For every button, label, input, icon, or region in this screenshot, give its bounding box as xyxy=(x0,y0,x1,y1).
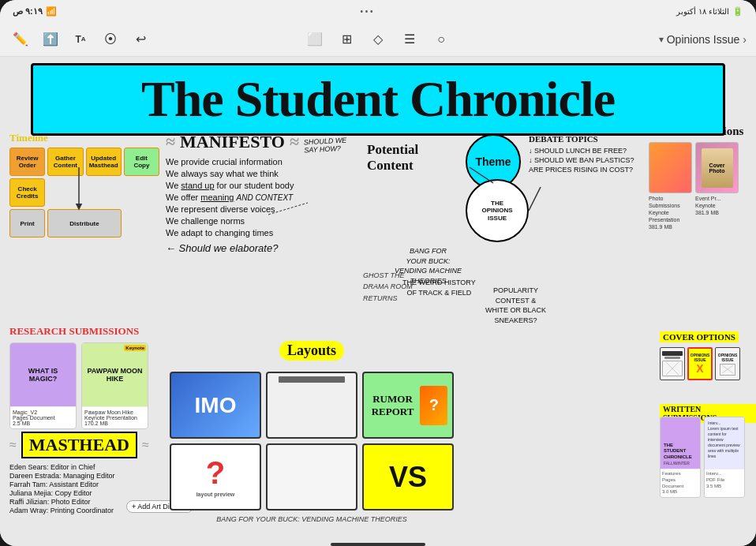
scroll-indicator xyxy=(331,543,425,546)
masthead-name-2: Dareen Estrada: Managing Editor xyxy=(9,472,167,480)
shape-tool[interactable]: ◇ xyxy=(367,28,389,50)
cover-thumb-1[interactable] xyxy=(660,347,685,380)
manifesto-line-2: We always say what we think xyxy=(166,169,355,178)
battery-icon: 🔋 xyxy=(732,6,743,17)
photo-thumbs: Photo SubmissionsKeynote Presentation381… xyxy=(649,142,751,230)
cover-thumb-3[interactable]: OPINIONSISSUE xyxy=(715,347,740,380)
toolbar: ✏️ ⬆️ TA ⦿ ↩ ⬜ ⊞ ◇ ☰ ○ ▾ Opinions Issue … xyxy=(0,22,756,57)
written-card-1[interactable]: THESTUDENTCHRONICLE FALL/WINTER Features… xyxy=(660,417,701,498)
main-title-banner: The Student Chronicle xyxy=(31,63,725,136)
cover-thumb-2[interactable]: OPINIONSISSUE X xyxy=(687,347,713,380)
manifesto-line-7: We adapt to changing times xyxy=(166,228,355,237)
doc-info-pawpaw: Pawpaw Moon HikeKeynote Presentation170.… xyxy=(82,406,148,428)
document-title-text: Opinions Issue xyxy=(667,33,740,46)
camera-button[interactable]: ⦿ xyxy=(99,28,122,50)
should-elaborate: ← Should we elaborate? xyxy=(166,242,355,254)
chevron-icon: ▾ xyxy=(659,34,664,45)
timeline-cell-gather[interactable]: Gather Content xyxy=(47,148,83,176)
timeline-cell-check[interactable]: Check Credits xyxy=(9,178,45,207)
research-title: RESEARCH SUBMISSIONS xyxy=(9,325,159,338)
photo-thumb-2[interactable]: CoverPhoto Event Pr...Keynote381.9 MB xyxy=(695,142,739,230)
layouts-section: Layouts IMO RUMORREPORT xyxy=(170,341,454,523)
cover-options-thumbs: OPINIONSISSUE X OPINIONSISSUE xyxy=(660,347,740,380)
photo-submissions-section: Photo Submissions Photo SubmissionsKeyno… xyxy=(649,125,751,230)
pen-tool[interactable]: ○ xyxy=(430,28,452,50)
svg-line-7 xyxy=(529,187,541,211)
debate-item-3: ARE PRICES RISING IN COST? xyxy=(529,166,655,174)
weird-history-label: THE WEIRD HISTORYOF TRACK & FIELD xyxy=(402,278,476,297)
timeline-section: Timeline Gather Content Review Order Upd… xyxy=(9,132,159,237)
doc-card-magic[interactable]: WHAT IS MAGIC? Magic_V2Pages Document2.5… xyxy=(9,342,77,429)
layout-card-columns[interactable] xyxy=(266,372,357,439)
status-wifi-icon: 📶 xyxy=(46,6,57,17)
written-submissions-cards: THESTUDENTCHRONICLE FALL/WINTER Features… xyxy=(660,417,745,498)
layout-card-question[interactable]: ? layout preview xyxy=(170,443,261,510)
photo-thumb-1[interactable]: Photo SubmissionsKeynote Presentation381… xyxy=(649,142,692,230)
share-button[interactable]: ⬆️ xyxy=(39,28,62,50)
manifesto-line-1: We provide crucial information xyxy=(166,157,355,166)
timeline-grid: Gather Content Review Order Updated Mast… xyxy=(9,148,159,237)
timeline-cell-review[interactable]: Review Order xyxy=(9,148,45,176)
written-card-2[interactable]: Interv...Lorem ipsum text content for in… xyxy=(704,417,745,498)
doc-cards: WHAT IS MAGIC? Magic_V2Pages Document2.5… xyxy=(9,342,159,429)
bang-for-buck-bottom: BANG FOR YOUR BUCK: VENDING MACHINE THEO… xyxy=(170,515,454,523)
cover-options-label: COVER OPTIONS xyxy=(660,331,739,342)
timeline-cell-distribute[interactable]: Distribute xyxy=(47,209,122,237)
doc-info-magic: Magic_V2Pages Document2.5 MB xyxy=(10,406,76,428)
masthead-name-3: Farrah Tam: Assistant Editor xyxy=(9,481,167,488)
text-button[interactable]: TA xyxy=(69,28,92,50)
layout-card-rumor[interactable]: RUMORREPORT ? xyxy=(362,372,454,439)
should-we-say: SHOULD WESAY HOW? xyxy=(304,136,347,155)
layout-card-vs[interactable]: VS xyxy=(362,443,454,510)
manifesto-line-6: We challenge norms xyxy=(166,216,355,226)
status-bar: ٩:١٩ ص 📶 • • • الثلاثاء ١٨ أكتوبر 🔋 xyxy=(0,0,756,22)
doc-preview-pawpaw: Keynote PAWPAW MOON HIKE xyxy=(82,343,148,406)
undo-button[interactable]: ↩ xyxy=(129,28,152,50)
layouts-grid: IMO RUMORREPORT ? xyxy=(170,372,454,510)
image-tool[interactable]: ⬜ xyxy=(304,28,326,50)
debate-section: DEBATE TOPICS ↓ SHOULD LUNCH BE FREE? ↓ … xyxy=(529,134,655,175)
manifesto-line-4: We offer meaning AND CONTEXT xyxy=(166,193,355,202)
status-date: الثلاثاء ١٨ أكتوبر xyxy=(676,7,729,16)
debate-item-1: ↓ SHOULD LUNCH BE FREE? xyxy=(529,147,655,155)
masthead-title: MASTHEAD xyxy=(21,432,137,458)
layouts-title: Layouts xyxy=(279,341,344,361)
main-canvas: The Student Chronicle Timeline Gather Co… xyxy=(0,57,756,546)
forward-icon: › xyxy=(743,33,747,46)
timeline-cell-edit[interactable]: Edit Copy xyxy=(124,148,159,176)
ipad-frame: ٩:١٩ ص 📶 • • • الثلاثاء ١٨ أكتوبر 🔋 ✏️ ⬆… xyxy=(0,0,756,546)
doc-preview-magic: WHAT IS MAGIC? xyxy=(10,343,76,406)
document-title[interactable]: ▾ Opinions Issue › xyxy=(659,33,747,46)
table-tool[interactable]: ⊞ xyxy=(335,28,357,50)
manifesto-line-5: We represent diverse voices xyxy=(166,204,355,214)
layout-card-grid[interactable] xyxy=(266,443,357,510)
doc-card-pawpaw[interactable]: Keynote PAWPAW MOON HIKE Pawpaw Moon Hik… xyxy=(81,342,148,429)
masthead-name-4: Juliana Mejia: Copy Editor xyxy=(9,489,167,497)
manifesto-line-3: We stand up for our student body xyxy=(166,181,355,190)
timeline-cell-updated[interactable]: Updated Masthead xyxy=(86,148,122,176)
pencil-button[interactable]: ✏️ xyxy=(9,28,32,50)
timeline-cell-print[interactable]: Print xyxy=(9,209,45,237)
research-section: RESEARCH SUBMISSIONS WHAT IS MAGIC? Magi… xyxy=(9,325,159,429)
popularity-text: POPULARITYCONTEST &WHITE OR BLACKSNEAKER… xyxy=(485,286,546,325)
debate-item-2: ↓ SHOULD WE BAN PLASTICS? xyxy=(529,156,655,164)
masthead-name-1: Eden Sears: Editor in Chief xyxy=(9,463,167,471)
main-title-text: The Student Chronicle xyxy=(141,71,615,127)
status-time: ٩:١٩ ص xyxy=(13,6,43,17)
potential-content-label: PotentialContent xyxy=(367,142,418,174)
opinions-bubble: THEOPINIONSISSUE xyxy=(466,179,529,242)
text-tool[interactable]: ☰ xyxy=(399,28,421,50)
layout-card-imo[interactable]: IMO xyxy=(170,372,261,439)
